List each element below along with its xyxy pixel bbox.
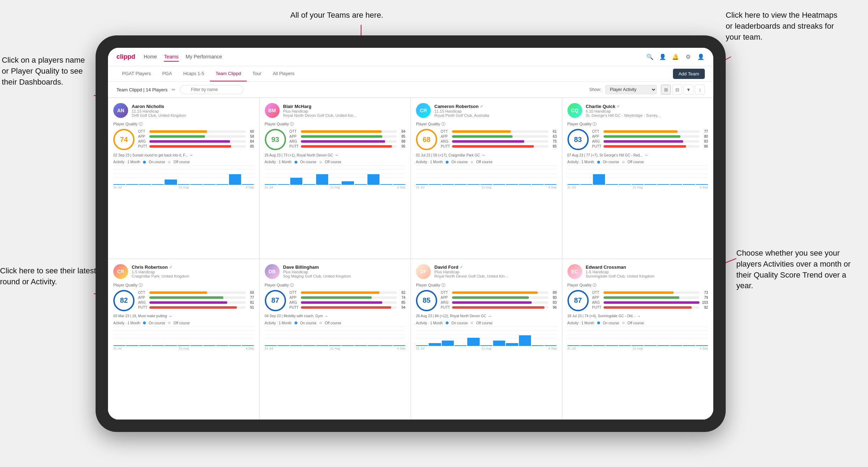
player-name[interactable]: Dave Billingham: [283, 264, 319, 270]
filter-input[interactable]: [180, 85, 244, 94]
tab-all-players[interactable]: All Players: [267, 66, 300, 81]
quality-score[interactable]: 82: [113, 290, 135, 311]
player-avatar: BM: [265, 103, 280, 118]
player-avatar: AN: [113, 103, 128, 118]
player-name[interactable]: Chris Robertson: [132, 264, 168, 270]
search-icon[interactable]: 🔍: [646, 53, 654, 61]
off-course-dot: [168, 321, 171, 324]
view-grid-2x2[interactable]: ⊞: [661, 85, 671, 95]
quality-label: Player Quality ⓘ: [567, 121, 708, 127]
brand-logo[interactable]: clippd: [116, 53, 135, 61]
activity-section: Activity · 1 Month On course Off course: [113, 321, 254, 350]
latest-round[interactable]: 18 Jul 23 | 74 (+4), Sunningdale GC - Ol…: [567, 314, 708, 318]
stat-row-app: APP 79: [592, 296, 708, 300]
chart-labels: 31 Jul 21 Aug 4 Sep: [567, 186, 708, 189]
player-header: EC Edward Crossman 1-5 Handicap Sunningd…: [567, 264, 708, 279]
nav-teams[interactable]: Teams: [164, 52, 178, 62]
player-name[interactable]: Aaron Nicholls: [132, 104, 164, 109]
chart-bars: [113, 326, 254, 346]
edit-icon[interactable]: ✏: [172, 87, 176, 92]
player-club: Royal North Devon Golf Club, United Kin.…: [283, 113, 406, 118]
tab-team-clippd[interactable]: Team Clippd: [210, 66, 247, 81]
activity-section: Activity · 1 Month On course Off course: [113, 160, 254, 189]
player-name[interactable]: Edward Crossman: [586, 264, 626, 270]
latest-round[interactable]: 02 Jul 23 | 59 (+17), Craigmillar Park G…: [416, 153, 557, 157]
player-info: Charlie Quick ✓ 6.10 Handicap St. George…: [586, 104, 708, 118]
nav-my-performance[interactable]: My Performance: [186, 52, 222, 62]
latest-round[interactable]: 04 Sep 23 | Mobility with coach, Gym →: [265, 314, 406, 318]
player-card[interactable]: CR Chris Robertson ✓ 1-5 Handicap Craigm…: [108, 259, 259, 420]
stat-row-arg: ARG 85: [290, 301, 406, 304]
player-card[interactable]: DB Dave Billingham Plus Handicap Sog Mag…: [259, 259, 411, 420]
settings-icon[interactable]: ⚙: [684, 53, 692, 61]
player-header: AN Aaron Nicholls 11.15 Handicap Drift G…: [113, 103, 254, 118]
player-club: Craigmillar Park, United Kingdom: [132, 274, 254, 278]
annotation-top-left: Click on a players nameor Player Quality…: [2, 55, 85, 87]
bell-icon[interactable]: 🔔: [672, 53, 679, 61]
latest-round[interactable]: 26 Aug 23 | 84 (+12), Royal North Devon …: [416, 314, 557, 318]
tab-pga[interactable]: PGA: [156, 66, 177, 81]
verified-icon: ✓: [480, 104, 483, 109]
on-course-dot: [295, 161, 297, 164]
quality-score[interactable]: 83: [567, 129, 589, 150]
latest-round[interactable]: 26 Aug 23 | 73 (+1), Royal North Devon G…: [265, 153, 406, 157]
quality-score[interactable]: 87: [567, 290, 589, 311]
profile-icon[interactable]: 👤: [659, 53, 667, 61]
player-card[interactable]: EC Edward Crossman 1-5 Handicap Sunningd…: [562, 259, 714, 420]
stat-row-putt: PUTT 86: [592, 144, 708, 148]
player-club: Sunningdale Golf Club, United Kingdom: [586, 274, 708, 278]
latest-round[interactable]: 02 Sep 23 | Sunset round to get back int…: [113, 153, 254, 157]
latest-round[interactable]: 07 Aug 23 | 77 (+7), St George's Hill GC…: [567, 153, 708, 157]
player-name[interactable]: Charlie Quick: [586, 104, 616, 109]
tab-hcaps[interactable]: Hcaps 1-5: [178, 66, 210, 81]
view-sort[interactable]: ↕: [695, 85, 705, 95]
stats-grid: OTT 61 APP 63 ARG 75: [441, 130, 557, 149]
tab-pgat-players[interactable]: PGAT Players: [116, 66, 156, 81]
activity-header: Activity · 1 Month On course Off course: [416, 160, 557, 164]
player-card[interactable]: CQ Charlie Quick ✓ 6.10 Handicap St. Geo…: [562, 98, 714, 259]
add-team-button[interactable]: Add Team: [673, 69, 705, 79]
show-select[interactable]: Player Activity Quality Score Trend: [605, 85, 657, 94]
player-name[interactable]: David Ford: [434, 264, 458, 270]
subnav: PGAT Players PGA Hcaps 1-5 Team Clippd T…: [108, 66, 713, 82]
player-card[interactable]: BM Blair McHarg Plus Handicap Royal Nort…: [259, 98, 411, 259]
quality-score[interactable]: 87: [265, 290, 286, 311]
stats-grid: OTT 89 APP 80 ARG 83: [441, 291, 557, 311]
quality-score[interactable]: 74: [113, 129, 135, 150]
player-header: BM Blair McHarg Plus Handicap Royal Nort…: [265, 103, 406, 118]
player-handicap: 1-5 Handicap: [586, 270, 708, 274]
stat-row-ott: OTT 77: [592, 130, 708, 133]
player-card[interactable]: CR Cameron Robertson ✓ 11.15 Handicap Ro…: [411, 98, 562, 259]
round-arrow: →: [324, 314, 328, 318]
nav-home[interactable]: Home: [144, 52, 157, 62]
latest-round[interactable]: 03 Mar 23 | 19, Must make putting →: [113, 314, 254, 318]
tab-tour[interactable]: Tour: [247, 66, 267, 81]
quality-label: Player Quality ⓘ: [265, 283, 406, 288]
player-info: Cameron Robertson ✓ 11.15 Handicap Royal…: [434, 104, 557, 118]
quality-label: Player Quality ⓘ: [113, 121, 254, 127]
stat-row-app: APP 74: [290, 296, 406, 300]
player-name[interactable]: Cameron Robertson: [434, 104, 479, 109]
quality-score[interactable]: 85: [416, 290, 437, 311]
view-grid-3x3[interactable]: ⊟: [672, 85, 682, 95]
activity-section: Activity · 1 Month On course Off course: [567, 160, 708, 189]
chart-labels: 31 Jul 21 Aug 4 Sep: [265, 186, 406, 189]
nav-icons: 🔍 👤 🔔 ⚙ 👤: [646, 53, 705, 61]
player-card[interactable]: AN Aaron Nicholls 11.15 Handicap Drift G…: [108, 98, 259, 259]
player-info: Aaron Nicholls 11.15 Handicap Drift Golf…: [132, 104, 254, 118]
quality-score[interactable]: 68: [416, 129, 437, 150]
player-header: CR Chris Robertson ✓ 1-5 Handicap Craigm…: [113, 264, 254, 279]
toolbar: Team Clippd | 14 Players ✏ 🔍 Show: Playe…: [108, 82, 713, 98]
player-card[interactable]: DF David Ford ✓ Plus Handicap Royal Nort…: [411, 259, 562, 420]
user-avatar-icon[interactable]: 👤: [697, 53, 705, 61]
player-name[interactable]: Blair McHarg: [283, 104, 312, 109]
quality-score[interactable]: 93: [265, 129, 286, 150]
stat-row-ott: OTT 84: [290, 130, 406, 133]
stat-row-arg: ARG 75: [441, 139, 557, 143]
on-course-dot: [143, 161, 146, 164]
chart-labels: 31 Jul 21 Aug 4 Sep: [416, 347, 557, 350]
view-filter[interactable]: ▼: [684, 85, 693, 95]
player-info: Edward Crossman 1-5 Handicap Sunningdale…: [586, 264, 708, 278]
off-course-dot: [622, 161, 625, 164]
stat-row-app: APP 77: [138, 296, 254, 300]
